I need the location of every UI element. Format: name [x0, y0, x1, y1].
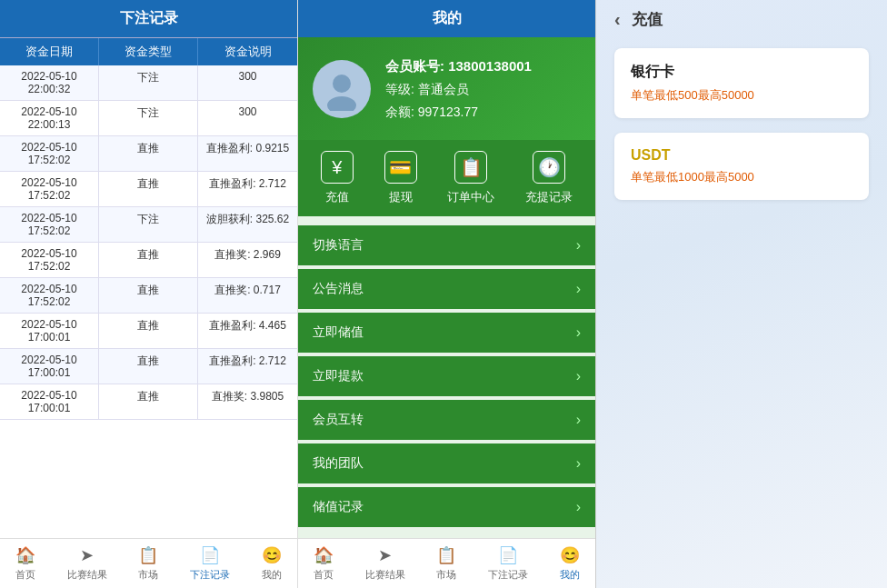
action-label-2: 订单中心 — [447, 189, 494, 205]
cell-date: 2022-05-10 17:00:01 — [0, 384, 99, 419]
table-row: 2022-05-10 17:52:02 下注 波胆获利: 325.62 — [0, 207, 297, 243]
left-nav-item-4[interactable]: 😊 我的 — [262, 545, 282, 582]
nav-label-3: 下注记录 — [190, 568, 230, 582]
left-nav-item-2[interactable]: 📋 市场 — [138, 545, 158, 582]
mid-nav-item-3[interactable]: 📄 下注记录 — [488, 545, 528, 582]
chevron-icon-1: › — [576, 281, 581, 297]
mid-nav-item-1[interactable]: ➤ 比赛结果 — [365, 545, 405, 582]
cell-date: 2022-05-10 17:52:02 — [0, 278, 99, 313]
left-title: 下注记录 — [0, 0, 297, 37]
action-btn-3[interactable]: 🕐 充提记录 — [525, 151, 573, 205]
menu-item-6[interactable]: 储值记录 › — [298, 487, 595, 527]
cell-desc: 直推盈利: 4.465 — [198, 314, 297, 348]
cell-date: 2022-05-10 22:00:32 — [0, 65, 99, 100]
menu-label-3: 立即提款 — [313, 368, 364, 384]
chevron-icon-5: › — [576, 455, 581, 472]
cell-type: 直推 — [99, 278, 198, 313]
menu-item-5[interactable]: 我的团队 › — [298, 443, 595, 483]
menu-item-1[interactable]: 公告消息 › — [298, 269, 595, 309]
action-btn-0[interactable]: ¥ 充值 — [321, 151, 354, 205]
right-panel: ‹ 充值 银行卡 单笔最低500最高50000 USDT 单笔最低1000最高5… — [596, 0, 887, 588]
nav-icon-0: 🏠 — [15, 545, 35, 565]
table-row: 2022-05-10 17:00:01 直推 直推奖: 3.9805 — [0, 384, 297, 420]
cell-desc: 直推盈利: 0.9215 — [198, 136, 297, 171]
cell-type: 直推 — [99, 349, 198, 384]
cell-date: 2022-05-10 22:00:13 — [0, 101, 99, 135]
account-label: 会员账号: 13800138001 — [385, 54, 532, 78]
mid-nav-icon-4: 😊 — [560, 545, 580, 565]
cell-desc: 直推奖: 0.717 — [198, 278, 297, 313]
action-icon-0: ¥ — [321, 151, 354, 184]
cell-date: 2022-05-10 17:52:02 — [0, 136, 99, 171]
mid-bottom-nav: 🏠 首页 ➤ 比赛结果 📋 市场 📄 下注记录 😊 我的 — [298, 538, 595, 588]
menu-item-4[interactable]: 会员互转 › — [298, 400, 595, 440]
nav-icon-2: 📋 — [138, 545, 158, 565]
menu-label-5: 我的团队 — [313, 455, 364, 472]
menu-label-4: 会员互转 — [313, 412, 364, 428]
menu-item-2[interactable]: 立即储值 › — [298, 313, 595, 353]
left-nav-item-1[interactable]: ➤ 比赛结果 — [67, 545, 107, 582]
cell-type: 直推 — [99, 136, 198, 171]
mid-nav-label-1: 比赛结果 — [365, 568, 405, 582]
user-info: 会员账号: 13800138001 等级: 普通会员 余额: 997123.77 — [385, 54, 532, 124]
chevron-icon-2: › — [576, 324, 581, 341]
table-row: 2022-05-10 17:52:02 直推 直推奖: 2.969 — [0, 243, 297, 278]
table-row: 2022-05-10 17:52:02 直推 直推奖: 0.717 — [0, 278, 297, 314]
col-type: 资金类型 — [99, 38, 198, 65]
payment-card-bank[interactable]: 银行卡 单笔最低500最高50000 — [614, 48, 869, 118]
cell-type: 直推 — [99, 243, 198, 277]
left-nav-item-3[interactable]: 📄 下注记录 — [190, 545, 230, 582]
back-button[interactable]: ‹ — [614, 9, 621, 30]
chevron-icon-3: › — [576, 368, 581, 384]
table-row: 2022-05-10 22:00:13 下注 300 — [0, 101, 297, 136]
menu-label-6: 储值记录 — [313, 499, 364, 515]
mid-nav-icon-2: 📋 — [436, 545, 456, 565]
table-header: 资金日期 资金类型 资金说明 — [0, 37, 297, 65]
right-content: 银行卡 单笔最低500最高50000 USDT 单笔最低1000最高5000 — [596, 39, 887, 588]
user-card: 会员账号: 13800138001 等级: 普通会员 余额: 997123.77 — [298, 37, 595, 140]
nav-icon-3: 📄 — [200, 545, 220, 565]
cell-date: 2022-05-10 17:52:02 — [0, 207, 99, 242]
menu-item-0[interactable]: 切换语言 › — [298, 225, 595, 265]
left-bottom-nav: 🏠 首页 ➤ 比赛结果 📋 市场 📄 下注记录 😊 我的 — [0, 538, 297, 588]
action-label-0: 充值 — [325, 189, 349, 205]
action-icon-3: 🕐 — [533, 151, 565, 184]
menu-label-0: 切换语言 — [313, 237, 364, 254]
mid-nav-item-2[interactable]: 📋 市场 — [436, 545, 456, 582]
cell-desc: 直推奖: 3.9805 — [198, 384, 297, 419]
mid-nav-label-2: 市场 — [436, 568, 456, 582]
table-row: 2022-05-10 22:00:32 下注 300 — [0, 65, 297, 101]
level-label: 等级: 普通会员 — [385, 78, 532, 101]
chevron-icon-4: › — [576, 412, 581, 428]
action-btn-2[interactable]: 📋 订单中心 — [447, 151, 494, 205]
mid-nav-icon-1: ➤ — [375, 545, 395, 565]
mid-nav-item-0[interactable]: 🏠 首页 — [314, 545, 334, 582]
cell-date: 2022-05-10 17:52:02 — [0, 172, 99, 206]
left-nav-item-0[interactable]: 🏠 首页 — [15, 545, 35, 582]
cell-desc: 波胆获利: 325.62 — [198, 207, 297, 242]
cell-desc: 直推奖: 2.969 — [198, 243, 297, 277]
table-row: 2022-05-10 17:52:02 直推 直推盈利: 0.9215 — [0, 136, 297, 172]
payment-desc-1: 单笔最低1000最高5000 — [631, 169, 852, 185]
balance-label: 余额: 997123.77 — [385, 101, 532, 124]
cell-type: 直推 — [99, 172, 198, 206]
mid-nav-icon-0: 🏠 — [314, 545, 334, 565]
action-btn-1[interactable]: 💳 提现 — [384, 151, 417, 205]
payment-title-1: USDT — [631, 147, 852, 164]
payment-card-usdt[interactable]: USDT 单笔最低1000最高5000 — [614, 133, 869, 200]
mid-nav-label-3: 下注记录 — [488, 568, 528, 582]
cell-date: 2022-05-10 17:00:01 — [0, 349, 99, 384]
right-header: ‹ 充值 — [596, 0, 887, 39]
mid-nav-label-4: 我的 — [560, 568, 580, 582]
action-icon-1: 💳 — [384, 151, 417, 184]
chevron-icon-6: › — [576, 499, 581, 515]
mid-nav-label-0: 首页 — [314, 568, 334, 582]
nav-label-4: 我的 — [262, 568, 282, 582]
cell-desc: 直推盈利: 2.712 — [198, 172, 297, 206]
nav-label-2: 市场 — [138, 568, 158, 582]
mid-nav-item-4[interactable]: 😊 我的 — [560, 545, 580, 582]
cell-type: 下注 — [99, 65, 198, 100]
cell-date: 2022-05-10 17:00:01 — [0, 314, 99, 348]
menu-item-3[interactable]: 立即提款 › — [298, 356, 595, 396]
action-bar: ¥ 充值 💳 提现 📋 订单中心 🕐 充提记录 — [298, 140, 595, 216]
